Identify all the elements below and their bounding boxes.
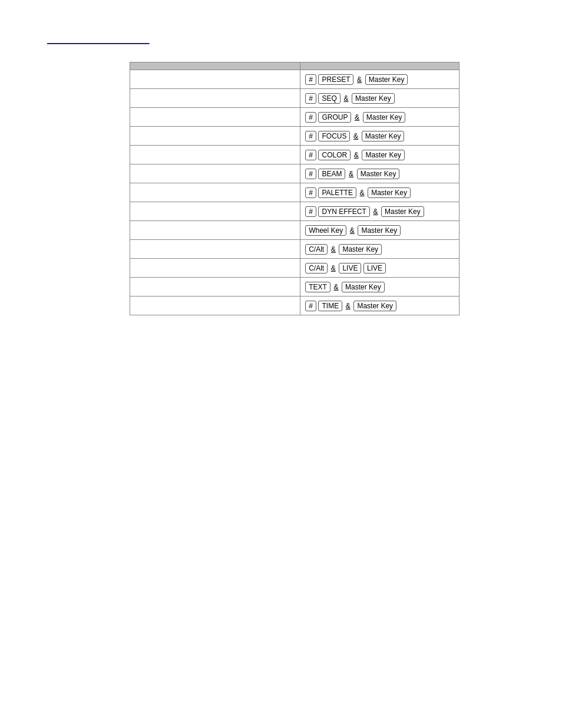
link-area: ________________________ xyxy=(47,35,515,44)
keyboard-key: PALETTE xyxy=(318,187,356,198)
table-row: TEXT & Master Key xyxy=(130,278,459,297)
action-cell xyxy=(130,259,300,278)
keyboard-key: # xyxy=(305,206,316,217)
keyboard-key: Master Key xyxy=(363,112,406,123)
ampersand-separator: & xyxy=(355,113,359,121)
keyboard-key: # xyxy=(305,93,316,104)
action-cell xyxy=(130,183,300,202)
shortcut-cell: # FOCUS & Master Key xyxy=(300,127,459,146)
keyboard-key: C/Alt xyxy=(305,244,328,255)
keyboard-key: Master Key xyxy=(362,150,405,160)
action-cell xyxy=(130,202,300,221)
col-header-action xyxy=(130,62,300,70)
shortcut-cell: C/Alt & Master Key xyxy=(300,240,459,259)
ampersand-separator: & xyxy=(343,94,348,103)
col-header-shortcut xyxy=(300,62,459,70)
keyboard-key: FOCUS xyxy=(318,131,350,141)
table-row: Wheel Key & Master Key xyxy=(130,221,459,240)
keyboard-key: BEAM xyxy=(318,169,345,179)
action-cell xyxy=(130,240,300,259)
keyboard-key: Master Key xyxy=(352,93,395,104)
table-row: # DYN EFFECT & Master Key xyxy=(130,202,459,221)
key-combo: C/Alt & Master Key xyxy=(305,245,382,253)
key-combo: Wheel Key & Master Key xyxy=(305,226,401,235)
keyboard-key: # xyxy=(305,187,316,198)
keyboard-key: # xyxy=(305,301,316,311)
keyboard-key: PRESET xyxy=(318,74,353,85)
key-combo: # DYN EFFECT & Master Key xyxy=(305,207,424,216)
shortcuts-table: # PRESET & Master Key# SEQ & Master Key#… xyxy=(130,62,459,315)
shortcut-cell: # BEAM & Master Key xyxy=(300,164,459,183)
key-combo: # SEQ & Master Key xyxy=(305,94,395,103)
ampersand-separator: & xyxy=(353,132,358,140)
table-row: # PALETTE & Master Key xyxy=(130,183,459,202)
page-link[interactable]: ________________________ xyxy=(47,35,150,44)
ampersand-separator: & xyxy=(354,151,359,159)
keyboard-key: # xyxy=(305,131,316,141)
keyboard-key: TEXT xyxy=(305,282,330,292)
key-combo: # BEAM & Master Key xyxy=(305,169,399,178)
keyboard-key: Master Key xyxy=(368,187,411,198)
key-combo: TEXT & Master Key xyxy=(305,282,385,291)
table-row: C/Alt & Master Key xyxy=(130,240,459,259)
keyboard-key: # xyxy=(305,74,316,85)
table-row: # FOCUS & Master Key xyxy=(130,127,459,146)
table-row: # BEAM & Master Key xyxy=(130,164,459,183)
keyboard-key: # xyxy=(305,112,316,123)
keyboard-key: C/Alt xyxy=(305,263,328,274)
action-cell xyxy=(130,89,300,108)
key-combo: # COLOR & Master Key xyxy=(305,150,405,159)
keyboard-key: Master Key xyxy=(353,301,396,311)
key-combo: # FOCUS & Master Key xyxy=(305,131,404,140)
shortcut-cell: # SEQ & Master Key xyxy=(300,89,459,108)
action-cell xyxy=(130,278,300,297)
action-cell xyxy=(130,127,300,146)
ampersand-separator: & xyxy=(331,245,336,253)
ampersand-separator: & xyxy=(357,75,362,84)
action-cell xyxy=(130,70,300,89)
action-cell xyxy=(130,164,300,183)
ampersand-separator: & xyxy=(373,207,378,216)
keyboard-key: Master Key xyxy=(339,244,382,255)
page-content: ________________________ # PRESET & Mast… xyxy=(0,0,562,339)
key-combo: # PALETTE & Master Key xyxy=(305,188,411,197)
key-combo: # PRESET & Master Key xyxy=(305,75,408,84)
action-cell xyxy=(130,221,300,240)
ampersand-separator: & xyxy=(349,170,353,178)
keyboard-key: COLOR xyxy=(318,150,351,160)
shortcut-cell: # GROUP & Master Key xyxy=(300,108,459,127)
action-cell xyxy=(130,297,300,315)
shortcut-cell: # TIME & Master Key xyxy=(300,297,459,315)
keyboard-key: Master Key xyxy=(342,282,385,292)
table-row: C/Alt & LIVE LIVE xyxy=(130,259,459,278)
shortcut-cell: # COLOR & Master Key xyxy=(300,146,459,164)
shortcut-cell: C/Alt & LIVE LIVE xyxy=(300,259,459,278)
action-cell xyxy=(130,108,300,127)
shortcut-cell: # DYN EFFECT & Master Key xyxy=(300,202,459,221)
keyboard-key: Wheel Key xyxy=(305,225,346,236)
keyboard-key: Master Key xyxy=(362,131,405,141)
keyboard-key: Master Key xyxy=(358,225,401,236)
ampersand-separator: & xyxy=(346,302,351,310)
key-combo: C/Alt & LIVE LIVE xyxy=(305,263,386,272)
shortcut-cell: # PALETTE & Master Key xyxy=(300,183,459,202)
keyboard-key: # xyxy=(305,169,316,179)
table-row: # SEQ & Master Key xyxy=(130,89,459,108)
table-row: # COLOR & Master Key xyxy=(130,146,459,164)
action-cell xyxy=(130,146,300,164)
keyboard-key: SEQ xyxy=(318,93,340,104)
ampersand-separator: & xyxy=(350,226,355,235)
table-row: # PRESET & Master Key xyxy=(130,70,459,89)
ampersand-separator: & xyxy=(360,189,365,197)
keyboard-key: # xyxy=(305,150,316,160)
ampersand-separator: & xyxy=(333,283,338,291)
shortcut-cell: # PRESET & Master Key xyxy=(300,70,459,89)
table-row: # GROUP & Master Key xyxy=(130,108,459,127)
shortcut-cell: Wheel Key & Master Key xyxy=(300,221,459,240)
key-combo: # GROUP & Master Key xyxy=(305,113,405,121)
keyboard-key: Master Key xyxy=(365,74,408,85)
table-row: # TIME & Master Key xyxy=(130,297,459,315)
ampersand-separator: & xyxy=(331,264,336,272)
keyboard-key: GROUP xyxy=(318,112,351,123)
keyboard-key: LIVE xyxy=(363,263,386,274)
